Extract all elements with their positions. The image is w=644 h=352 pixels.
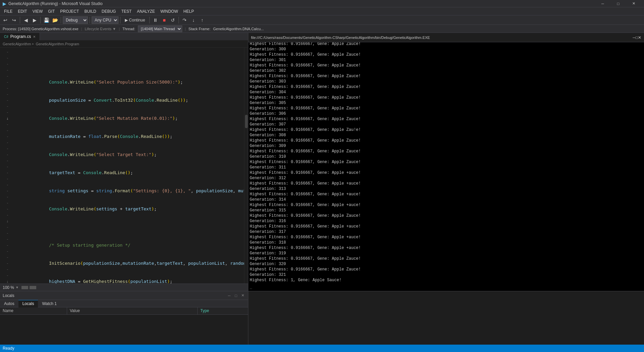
code-scrollbar[interactable] bbox=[244, 48, 248, 284]
locals-content bbox=[0, 315, 248, 345]
console-line: Highest Fitness: 0.9166667, Gene: Apple … bbox=[250, 245, 643, 251]
debug-tab-watch1[interactable]: Watch 1 bbox=[38, 300, 61, 307]
locals-minimize-icon[interactable]: ─ bbox=[227, 293, 232, 298]
toolbar-sep-5 bbox=[120, 17, 120, 23]
locals-title-bar: Locals ─ □ ✕ bbox=[0, 291, 248, 300]
menu-view[interactable]: VIEW bbox=[30, 7, 46, 15]
console-line: Generation: 310 bbox=[250, 154, 643, 159]
toolbar-save-btn[interactable]: 💾 bbox=[42, 16, 50, 24]
code-line: InitScenario(populationSize,mutationRate… bbox=[17, 260, 244, 266]
debug-tab-autos[interactable]: Autos bbox=[0, 300, 18, 307]
debug-config-dropdown[interactable]: Debug Release bbox=[63, 16, 88, 24]
minimize-button[interactable]: ─ bbox=[595, 0, 610, 7]
locals-column-header: Name Value Type bbox=[0, 307, 248, 315]
step-out-btn[interactable]: ↑ bbox=[198, 16, 206, 24]
thread-label: Thread: bbox=[122, 27, 135, 31]
menu-help[interactable]: HELP bbox=[181, 7, 197, 15]
menu-edit[interactable]: EDIT bbox=[15, 7, 30, 15]
code-line bbox=[17, 61, 244, 67]
zoom-bar: 100 % ▼ bbox=[0, 284, 248, 291]
console-line: Generation: 321 bbox=[250, 272, 643, 278]
tab-program-cs[interactable]: C# Program.cs ✕ bbox=[0, 33, 40, 40]
sep2: | bbox=[119, 27, 120, 31]
zoom-level[interactable]: 100 % bbox=[3, 285, 14, 290]
code-line: mutationRate = float.Parse(Console.ReadL… bbox=[17, 134, 244, 140]
locals-title: Locals bbox=[3, 293, 14, 298]
console-line: Highest Fitness: 0.9166667, Gene: Apple … bbox=[250, 224, 643, 229]
toolbar-undo-btn[interactable]: ↩ bbox=[1, 16, 9, 24]
console-line: Highest Fitness: 0.9166667, Gene: Apple … bbox=[250, 181, 643, 186]
console-minimize-btn[interactable]: ─ bbox=[633, 35, 636, 40]
code-text-area[interactable]: Console.WriteLine("Select Population Siz… bbox=[14, 48, 244, 284]
code-line: string settings = string.Format("Setting… bbox=[17, 188, 244, 194]
cpu-dropdown[interactable]: Any CPU x86 x64 bbox=[92, 16, 118, 24]
tab-label: Program.cs bbox=[10, 34, 31, 39]
console-line: Highest Fitness: 0.9166667, Gene: Apple … bbox=[250, 42, 643, 47]
pause-btn[interactable]: ⏸ bbox=[151, 16, 159, 24]
console-line: Generation: 318 bbox=[250, 240, 643, 245]
console-line: Generation: 308 bbox=[250, 133, 643, 138]
console-line: Generation: 307 bbox=[250, 122, 643, 127]
console-close-btn[interactable]: ✕ bbox=[638, 35, 641, 40]
menu-git[interactable]: GIT bbox=[45, 7, 57, 15]
console-output[interactable]: Highest Fitness: 0.9166667, Gene: Apple … bbox=[248, 42, 644, 284]
code-area[interactable]: - - - - - - - - - - - ↓ - - - - - - - - bbox=[0, 48, 248, 284]
console-line: Generation: 304 bbox=[250, 90, 643, 95]
scroll-right-btn[interactable] bbox=[30, 286, 36, 289]
menu-file[interactable]: FILE bbox=[1, 7, 15, 15]
menu-window[interactable]: WINDOW bbox=[158, 7, 181, 15]
console-panel: file:///C:/Users/rass/Documents/GeneticA… bbox=[248, 33, 644, 291]
toolbar-back-btn[interactable]: ◀ bbox=[22, 16, 30, 24]
toolbar-sep-3 bbox=[61, 17, 61, 23]
debug-tabs: Autos Locals Watch 1 bbox=[0, 300, 248, 307]
toolbar-sep-1 bbox=[20, 17, 20, 23]
menu-project[interactable]: PROJECT bbox=[57, 7, 82, 15]
code-line: Console.WriteLine(settings + targetText)… bbox=[17, 206, 244, 212]
console-line: Generation: 311 bbox=[250, 165, 643, 170]
console-line: Highest Fitness: 0.9166667, Gene: Apple … bbox=[250, 159, 643, 165]
console-line: Highest Fitness: 0.9166667, Gene: Apple … bbox=[250, 84, 643, 90]
code-line: Console.WriteLine("Select Population Siz… bbox=[17, 79, 244, 85]
console-line: Generation: 312 bbox=[250, 175, 643, 181]
console-line: Highest Fitness: 0.9166667, Gene: Apple … bbox=[250, 116, 643, 122]
console-title-bar: file:///C:/Users/rass/Documents/GeneticA… bbox=[248, 33, 644, 42]
menu-analyze[interactable]: ANALYZE bbox=[134, 7, 158, 15]
scroll-thumb[interactable] bbox=[245, 115, 248, 128]
console-line: Highest Fitness: 0.9166667, Gene: Apple … bbox=[250, 63, 643, 68]
toolbar-sep-4 bbox=[90, 17, 90, 23]
stop-btn[interactable]: ■ bbox=[160, 16, 168, 24]
toolbar-open-btn[interactable]: 📂 bbox=[51, 16, 59, 24]
menu-test[interactable]: TEST bbox=[118, 7, 134, 15]
stack-frame-label: Stack Frame: bbox=[189, 27, 210, 31]
toolbar: ↩ ↪ ◀ ▶ 💾 📂 Debug Release Any CPU x86 x6… bbox=[0, 15, 644, 25]
zoom-icon: ▼ bbox=[15, 286, 19, 289]
tab-close-icon[interactable]: ✕ bbox=[33, 35, 36, 39]
toolbar-redo-btn[interactable]: ↪ bbox=[10, 16, 18, 24]
continue-btn[interactable]: ▶ Continue bbox=[122, 16, 148, 24]
console-line: Highest Fitness: 0.9166667, Gene: Apple … bbox=[250, 235, 643, 240]
locals-close-icon[interactable]: ✕ bbox=[240, 293, 245, 298]
locals-expand-icon[interactable]: □ bbox=[233, 293, 239, 298]
name-col-header: Name bbox=[0, 307, 67, 314]
status-left: Ready bbox=[3, 346, 14, 351]
console-line: Generation: 316 bbox=[250, 218, 643, 224]
menu-build[interactable]: BUILD bbox=[82, 7, 99, 15]
console-maximize-btn[interactable]: □ bbox=[636, 35, 638, 40]
menu-debug[interactable]: DEBUG bbox=[99, 7, 119, 15]
console-line: Generation: 305 bbox=[250, 100, 643, 106]
restart-btn[interactable]: ↺ bbox=[169, 16, 177, 24]
console-line: Generation: 315 bbox=[250, 208, 643, 213]
debug-tab-locals[interactable]: Locals bbox=[18, 300, 38, 307]
code-line: populationSize = Convert.ToInt32(Console… bbox=[17, 97, 244, 103]
toolbar-sep-2 bbox=[40, 17, 41, 23]
step-into-btn[interactable]: ↓ bbox=[189, 16, 197, 24]
toolbar-forward-btn[interactable]: ▶ bbox=[31, 16, 39, 24]
step-over-btn[interactable]: ↷ bbox=[181, 16, 189, 24]
console-title-text: file:///C:/Users/rass/Documents/GeneticA… bbox=[251, 36, 633, 40]
console-line: Highest Fitness: 0.9166667, Gene: Apple … bbox=[250, 149, 643, 154]
close-button[interactable]: ✕ bbox=[626, 0, 641, 7]
scroll-left-btn[interactable] bbox=[21, 286, 28, 289]
type-col-header: Type bbox=[198, 307, 248, 314]
maximize-button[interactable]: □ bbox=[610, 0, 626, 7]
thread-dropdown[interactable]: [14048] Main Thread bbox=[138, 26, 182, 32]
